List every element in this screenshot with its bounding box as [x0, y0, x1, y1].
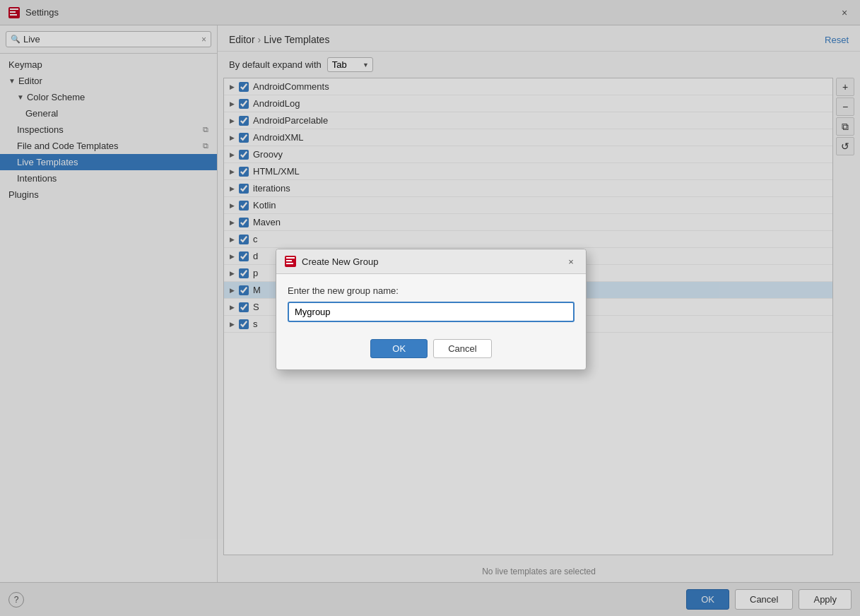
dialog-ok-button[interactable]: OK — [370, 339, 428, 358]
dialog-title: Create New Group — [302, 256, 559, 267]
dialog-close-button[interactable]: × — [565, 255, 577, 268]
dialog-title-bar: Create New Group × — [276, 249, 586, 274]
svg-rect-7 — [286, 263, 293, 264]
svg-rect-6 — [286, 260, 292, 261]
modal-overlay: Create New Group × Enter the new group n… — [0, 0, 860, 616]
dialog-actions: OK Cancel — [276, 333, 586, 369]
create-group-dialog: Create New Group × Enter the new group n… — [276, 249, 587, 370]
dialog-icon — [285, 256, 296, 267]
dialog-body: Enter the new group name: — [276, 274, 586, 333]
dialog-label: Enter the new group name: — [288, 285, 575, 296]
group-name-input[interactable] — [288, 302, 575, 322]
svg-rect-5 — [286, 257, 295, 259]
dialog-cancel-button[interactable]: Cancel — [433, 339, 491, 358]
